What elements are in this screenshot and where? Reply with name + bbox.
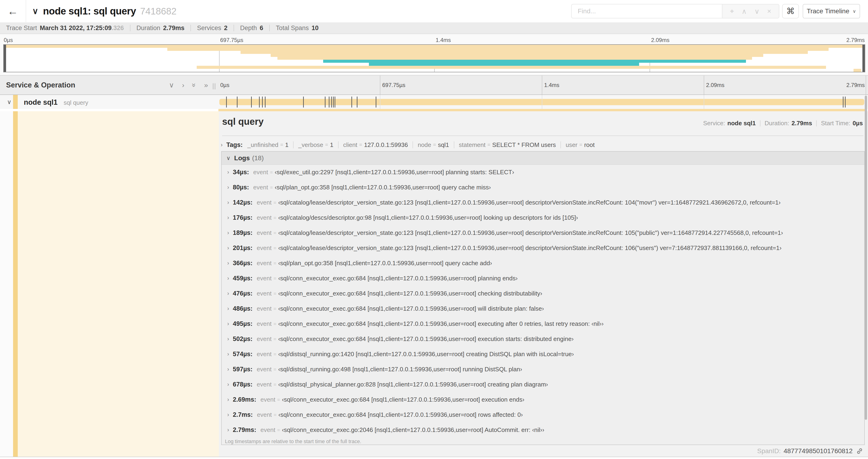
meta-separator — [816, 120, 817, 126]
log-equals: = — [274, 412, 277, 418]
log-field-key: event — [257, 411, 272, 418]
log-equals: = — [274, 230, 276, 236]
log-field-key: event — [257, 381, 272, 388]
logs-header[interactable]: ∨ Logs (18) — [222, 152, 864, 165]
log-row[interactable]: ›486µs:event=‹sql/conn_executor_exec.go:… — [222, 301, 864, 316]
minimap-tick-label: 0µs — [4, 37, 13, 43]
log-expand-icon[interactable]: › — [227, 381, 229, 388]
log-expand-icon[interactable]: › — [227, 321, 229, 327]
summary-item: Services2 — [197, 25, 227, 32]
log-expand-icon[interactable]: › — [227, 245, 229, 251]
trace-view-label: Trace Timeline — [807, 7, 849, 15]
vertical-scrollbar[interactable] — [865, 96, 867, 420]
logs-title: Logs — [234, 154, 250, 162]
log-row[interactable]: ›459µs:event=‹sql/conn_executor_exec.go:… — [222, 271, 864, 286]
expand-one-level-icon[interactable]: » — [204, 81, 208, 89]
log-expand-icon[interactable]: › — [227, 366, 229, 372]
log-field-value: ‹sql/catalog/lease/descriptor_version_st… — [278, 244, 781, 252]
log-row[interactable]: ›495µs:event=‹sql/conn_executor_exec.go:… — [222, 316, 864, 331]
span-collapse-icon[interactable]: ∨ — [7, 95, 11, 109]
log-row[interactable]: ›2.79ms:event=‹sql/conn_executor_exec.go… — [222, 422, 864, 437]
detail-accent-bar — [13, 111, 18, 457]
trace-view-dropdown[interactable]: Trace Timeline ∨ — [803, 4, 860, 19]
log-field-value: ‹sql/conn_executor_exec.go:684 [nsql1,cl… — [278, 335, 574, 342]
log-expand-icon[interactable]: › — [227, 275, 229, 282]
log-equals: = — [277, 397, 280, 402]
clear-search-icon[interactable]: × — [767, 7, 771, 15]
minimap-span-bar — [4, 45, 865, 48]
log-row[interactable]: ›176µs:event=‹sql/catalog/descs/descript… — [222, 210, 864, 225]
log-expand-icon[interactable]: › — [227, 351, 229, 357]
minimap-canvas[interactable] — [3, 44, 865, 72]
log-event-tick — [335, 97, 335, 107]
minimap-span-bar — [167, 48, 829, 51]
tag-separator — [412, 141, 413, 148]
summary-separator — [130, 25, 130, 31]
log-expand-icon[interactable]: › — [227, 396, 229, 403]
log-expand-icon[interactable]: › — [227, 169, 229, 175]
log-expand-icon[interactable]: › — [227, 215, 229, 221]
tag-value: sql1 — [438, 141, 449, 149]
tags-row[interactable]: › Tags: _unfinished=1_verbose=1client=12… — [221, 140, 594, 150]
viewport-scrubber-left[interactable] — [4, 45, 6, 72]
log-expand-icon[interactable]: › — [227, 260, 229, 266]
span-row[interactable]: ∨ node sql1 sql query — [0, 95, 868, 109]
next-result-icon[interactable]: ∨ — [754, 7, 760, 15]
tag-value: 1 — [285, 141, 288, 149]
viewport-scrubber-right[interactable] — [862, 45, 865, 72]
span-timeline-area — [218, 95, 866, 109]
collapse-all-icon[interactable]: ∨ — [169, 81, 174, 89]
detail-divider — [222, 135, 863, 136]
deep-link-icon[interactable] — [856, 447, 863, 455]
expand-all-icon[interactable]: › — [182, 81, 184, 89]
log-expand-icon[interactable]: › — [227, 199, 229, 206]
log-row[interactable]: ›142µs:event=‹sql/catalog/lease/descript… — [222, 195, 864, 210]
log-field-value: ‹sql/conn_executor_exec.go:684 [nsql1,cl… — [278, 275, 518, 282]
log-row[interactable]: ›2.7ms:event=‹sql/conn_executor_exec.go:… — [222, 407, 864, 422]
summary-item: Duration2.79ms — [136, 25, 185, 32]
locate-icon[interactable]: ⌖ — [730, 7, 734, 15]
log-row[interactable]: ›34µs:event=‹sql/exec_util.go:2297 [nsql… — [222, 165, 864, 180]
log-row[interactable]: ›2.69ms:event=‹sql/conn_executor_exec.go… — [222, 392, 864, 407]
log-expand-icon[interactable]: › — [227, 290, 229, 297]
log-expand-icon[interactable]: › — [227, 184, 229, 191]
tags-expand-icon[interactable]: › — [221, 141, 223, 148]
log-row[interactable]: ›502µs:event=‹sql/conn_executor_exec.go:… — [222, 331, 864, 347]
span-detail-meta: Service:node sql1Duration:2.79msStart Ti… — [703, 120, 863, 127]
log-expand-icon[interactable]: › — [227, 230, 229, 236]
log-expand-icon[interactable]: › — [227, 412, 229, 418]
log-field-value: ‹sql/conn_executor_exec.go:684 [nsql1,cl… — [278, 305, 544, 312]
log-field-value: ‹sql/plan_opt.go:358 [nsql1,client=127.0… — [275, 184, 491, 191]
log-row[interactable]: ›80µs:event=‹sql/plan_opt.go:358 [nsql1,… — [222, 180, 864, 195]
find-input[interactable] — [571, 4, 722, 19]
log-row[interactable]: ›678µs:event=‹sql/distsql_physical_plann… — [222, 377, 864, 392]
prev-result-icon[interactable]: ∧ — [742, 7, 747, 15]
log-field-key: event — [257, 260, 272, 267]
summary-separator — [269, 25, 270, 31]
log-timestamp: 80µs: — [233, 184, 249, 191]
log-row[interactable]: ›201µs:event=‹sql/catalog/lease/descript… — [222, 240, 864, 256]
tag-equals: = — [325, 142, 328, 148]
log-row[interactable]: ›366µs:event=‹sql/plan_opt.go:358 [nsql1… — [222, 256, 864, 271]
column-resizer-grip[interactable] — [213, 83, 215, 89]
summary-label: Total Spans — [276, 25, 309, 32]
back-button[interactable]: ← — [0, 0, 26, 22]
logs-count: (18) — [252, 154, 264, 162]
log-row[interactable]: ›189µs:event=‹sql/catalog/lease/descript… — [222, 225, 864, 240]
collapse-trace-icon[interactable]: ∨ — [32, 6, 38, 16]
log-expand-icon[interactable]: › — [227, 336, 229, 342]
log-expand-icon[interactable]: › — [227, 427, 229, 433]
ruler-tick-label: 0µs — [220, 82, 229, 88]
log-expand-icon[interactable]: › — [227, 305, 229, 312]
log-row[interactable]: ›574µs:event=‹sql/distsql_running.go:142… — [222, 347, 864, 362]
summary-label: Depth — [240, 25, 257, 32]
log-event-tick — [357, 97, 358, 107]
keyboard-shortcuts-button[interactable]: ⌘ — [782, 4, 799, 19]
log-event-tick — [333, 97, 334, 107]
log-timestamp: 2.79ms: — [233, 426, 256, 434]
span-name-group[interactable]: node sql1 sql query — [24, 95, 88, 109]
back-arrow-icon: ← — [7, 5, 18, 18]
collapse-one-level-icon[interactable]: » — [190, 83, 198, 87]
log-row[interactable]: ›597µs:event=‹sql/distsql_running.go:498… — [222, 362, 864, 377]
log-row[interactable]: ›476µs:event=‹sql/conn_executor_exec.go:… — [222, 286, 864, 301]
